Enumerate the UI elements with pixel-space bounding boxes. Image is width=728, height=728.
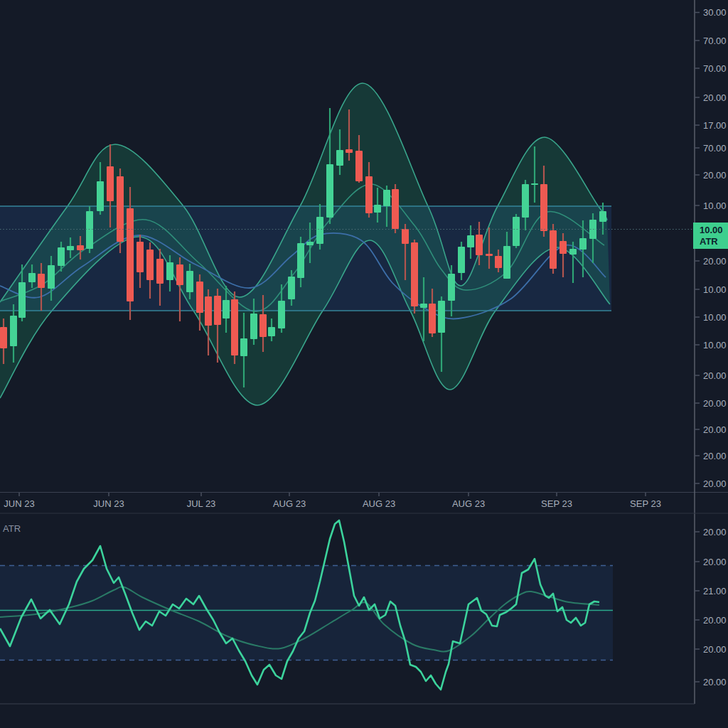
- svg-text:AUG 23: AUG 23: [452, 498, 485, 509]
- svg-text:ATR: ATR: [3, 523, 21, 534]
- svg-text:AUG 23: AUG 23: [363, 498, 395, 509]
- svg-text:20.00: 20.00: [703, 677, 727, 687]
- svg-text:20.00: 20.00: [703, 644, 727, 655]
- svg-text:17.00: 17.00: [703, 120, 727, 131]
- svg-text:30.00: 30.00: [703, 7, 727, 18]
- svg-text:SEP 23: SEP 23: [541, 498, 572, 509]
- svg-text:10.00: 10.00: [703, 340, 727, 350]
- svg-text:20.00: 20.00: [703, 92, 727, 103]
- svg-text:10.00: 10.00: [703, 312, 727, 323]
- svg-text:70.00: 70.00: [703, 36, 727, 46]
- svg-text:AUG 23: AUG 23: [273, 498, 306, 509]
- svg-text:20.00: 20.00: [703, 398, 727, 409]
- svg-text:10.00: 10.00: [703, 200, 727, 211]
- svg-text:20.00: 20.00: [703, 615, 727, 626]
- svg-text:21.00: 21.00: [703, 586, 727, 596]
- svg-text:20.00: 20.00: [703, 557, 727, 567]
- svg-text:20.00: 20.00: [703, 170, 727, 181]
- svg-text:JUL 23: JUL 23: [187, 498, 216, 509]
- svg-text:20.00: 20.00: [703, 527, 727, 537]
- svg-text:70.00: 70.00: [703, 143, 727, 154]
- svg-text:ATR: ATR: [700, 236, 718, 247]
- svg-text:JUN 23: JUN 23: [4, 498, 34, 509]
- svg-text:SEP 23: SEP 23: [630, 498, 661, 509]
- svg-text:20.00: 20.00: [703, 424, 727, 435]
- svg-text:20.00: 20.00: [703, 256, 727, 267]
- svg-text:10.00: 10.00: [703, 284, 727, 295]
- svg-text:JUN 23: JUN 23: [93, 498, 124, 509]
- svg-text:20.00: 20.00: [703, 370, 727, 381]
- svg-text:10.00: 10.00: [700, 225, 723, 235]
- svg-text:20.00: 20.00: [703, 451, 727, 461]
- svg-text:70.00: 70.00: [703, 63, 727, 74]
- svg-text:20.00: 20.00: [703, 478, 727, 489]
